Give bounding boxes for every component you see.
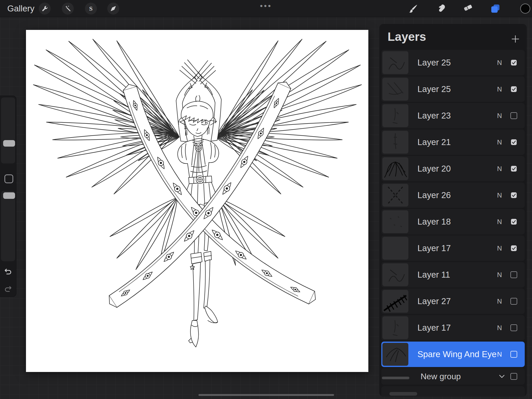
visibility-checkbox[interactable]	[511, 139, 517, 145]
layer-thumbnail[interactable]	[382, 210, 408, 233]
layer-row[interactable]: Layer 17 N	[381, 236, 525, 261]
brush-size-slider[interactable]	[1, 97, 15, 163]
visibility-checkbox[interactable]	[510, 271, 517, 278]
layer-thumbnail[interactable]	[382, 290, 408, 313]
layer-thumbnail[interactable]	[382, 263, 408, 286]
selection-button[interactable]: S	[85, 3, 97, 15]
layer-row[interactable]: Layer 21 N	[381, 129, 525, 155]
layer-name: Layer 18	[417, 209, 451, 234]
visibility-checkbox[interactable]	[511, 166, 517, 172]
layer-name: Spare Wing And Eye	[417, 342, 497, 367]
visibility-checkbox[interactable]	[510, 324, 517, 331]
layers-panel-button[interactable]	[490, 3, 501, 14]
layer-row[interactable]: Layer 25 N	[381, 50, 525, 75]
layers-panel-title: Layers	[388, 30, 426, 44]
canvas-options-button[interactable]: •••	[249, 0, 283, 12]
visibility-checkbox[interactable]	[511, 192, 517, 198]
redo-icon	[4, 285, 12, 293]
layer-row[interactable]: Layer 25 N	[381, 76, 525, 102]
drawing-canvas[interactable]	[26, 30, 368, 372]
layer-row-partial[interactable]	[381, 386, 525, 397]
visibility-checkbox[interactable]	[511, 245, 517, 251]
blend-mode-badge[interactable]: N	[494, 262, 505, 287]
selection-s-icon: S	[88, 5, 94, 12]
layer-name: Layer 11	[417, 262, 450, 287]
layer-thumbnail[interactable]	[382, 157, 408, 180]
group-name: New group	[421, 368, 461, 385]
layer-name: Layer 27	[417, 289, 451, 314]
layer-row[interactable]: Layer 23 N	[381, 103, 525, 128]
layer-row[interactable]: Layer 27 N	[381, 289, 525, 314]
layer-row[interactable]: Layer 20 N	[381, 156, 525, 181]
visibility-checkbox[interactable]	[510, 112, 517, 119]
brush-tool-button[interactable]	[408, 3, 419, 14]
wrench-icon	[41, 5, 48, 12]
layer-row[interactable]: Layer 17 N	[381, 315, 525, 341]
group-row[interactable]: New group	[381, 368, 525, 385]
modify-button[interactable]	[4, 174, 13, 183]
layer-name: Layer 17	[417, 236, 451, 261]
blend-mode-badge[interactable]: N	[494, 289, 505, 314]
blend-mode-badge[interactable]: N	[494, 129, 505, 155]
visibility-checkbox[interactable]	[511, 86, 517, 92]
transform-button[interactable]	[107, 3, 119, 15]
layer-thumbnail[interactable]	[382, 237, 408, 260]
gallery-button[interactable]: Gallery	[7, 0, 35, 17]
opacity-handle[interactable]	[3, 192, 15, 199]
smudge-tool-button[interactable]	[436, 3, 447, 14]
eraser-icon	[463, 3, 473, 14]
layer-name: Layer 25	[417, 76, 451, 102]
visibility-checkbox[interactable]	[510, 351, 517, 358]
opacity-slider[interactable]	[1, 191, 15, 261]
blend-mode-badge[interactable]: N	[494, 103, 505, 128]
layer-name: Layer 21	[417, 129, 451, 155]
brush-sidebar	[0, 96, 16, 297]
transform-arrow-icon	[110, 5, 117, 12]
color-picker-button[interactable]	[520, 3, 531, 14]
redo-button[interactable]	[4, 285, 12, 293]
visibility-checkbox[interactable]	[510, 298, 517, 305]
layers-icon	[490, 3, 501, 14]
layer-name: Layer 17	[417, 315, 451, 341]
blend-mode-badge[interactable]: N	[494, 236, 505, 261]
blend-mode-badge[interactable]: N	[494, 315, 505, 341]
layer-row[interactable]: Layer 26 N	[381, 182, 525, 208]
brush-icon	[408, 3, 418, 14]
blend-mode-badge[interactable]: N	[494, 209, 505, 234]
undo-button[interactable]	[4, 267, 12, 275]
visibility-checkbox[interactable]	[510, 373, 517, 380]
visibility-checkbox[interactable]	[511, 60, 517, 66]
layer-row[interactable]: Layer 11 N	[381, 262, 525, 287]
canvas-artwork	[26, 30, 368, 372]
blend-mode-badge[interactable]: N	[494, 156, 505, 181]
blend-mode-badge[interactable]: N	[494, 76, 505, 102]
actions-button[interactable]	[39, 3, 51, 15]
layer-thumbnail[interactable]	[382, 78, 408, 101]
layer-row[interactable]: Spare Wing And Eye N	[381, 342, 525, 367]
layer-thumbnail[interactable]	[382, 104, 408, 127]
layer-thumbnail[interactable]	[382, 316, 408, 339]
layers-panel: Layers Layer 25 N Layer 25 N Layer 23 N …	[379, 24, 527, 397]
home-indicator-bar[interactable]	[198, 394, 334, 396]
layer-thumbnail	[389, 392, 417, 396]
layer-thumbnail[interactable]	[382, 51, 408, 74]
magic-wand-icon	[64, 5, 71, 12]
chevron-down-icon[interactable]	[498, 373, 505, 380]
layer-thumbnail[interactable]	[382, 343, 408, 366]
visibility-checkbox[interactable]	[511, 219, 517, 225]
smudge-icon	[436, 3, 447, 14]
blend-mode-badge[interactable]: N	[494, 342, 505, 367]
undo-icon	[4, 267, 12, 275]
blend-mode-badge[interactable]: N	[494, 50, 505, 75]
add-layer-button[interactable]	[510, 34, 521, 44]
layer-name: Layer 25	[417, 50, 451, 75]
layer-thumbnail[interactable]	[382, 131, 408, 154]
brush-size-handle[interactable]	[3, 140, 15, 147]
layer-list: Layer 25 N Layer 25 N Layer 23 N Layer 2…	[381, 50, 525, 397]
eraser-tool-button[interactable]	[462, 3, 474, 14]
adjustments-button[interactable]	[62, 3, 74, 15]
layer-row[interactable]: Layer 18 N	[381, 209, 525, 234]
color-swatch-icon	[520, 3, 531, 14]
layer-thumbnail[interactable]	[382, 184, 408, 207]
blend-mode-badge[interactable]: N	[494, 182, 505, 208]
